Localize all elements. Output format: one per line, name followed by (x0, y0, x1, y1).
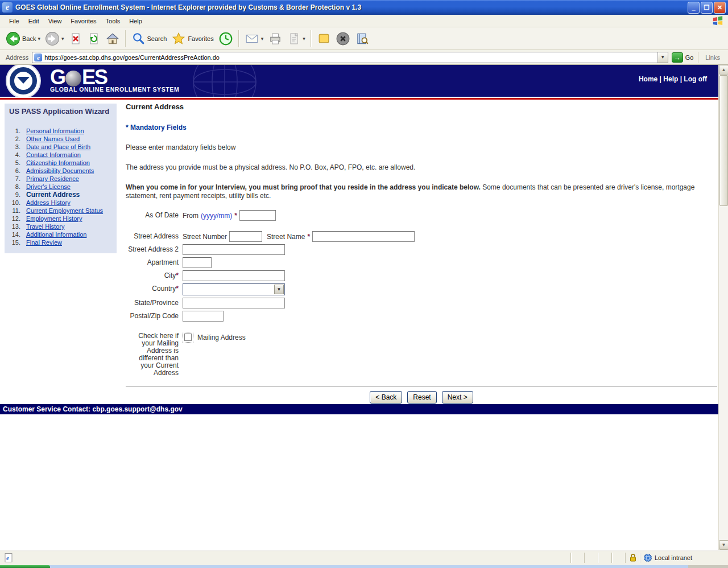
step-link[interactable]: Final Review (26, 238, 62, 246)
menu-help[interactable]: Help (125, 16, 147, 26)
mail-button[interactable]: ▾ (242, 29, 266, 48)
step-number: 7. (9, 175, 26, 183)
mail-icon (245, 31, 259, 46)
minimize-button[interactable]: _ (688, 2, 700, 14)
favorites-button[interactable]: Favorites (169, 29, 216, 48)
menu-tools[interactable]: Tools (101, 16, 125, 26)
stop-button[interactable] (67, 29, 85, 48)
step-link[interactable]: Additional Information (26, 231, 86, 238)
country-row: Country* ▼ (126, 283, 717, 295)
step-link[interactable]: Driver's License (26, 183, 71, 191)
menu-view[interactable]: View (44, 16, 67, 26)
nav-home-link[interactable]: Home (639, 75, 657, 83)
apartment-input[interactable] (183, 257, 212, 268)
links-toolbar[interactable]: Links (698, 52, 726, 63)
date-format-hint: (yyyy/mm) (201, 212, 232, 220)
step-number: 2. (9, 135, 26, 143)
step-number: 3. (9, 143, 26, 151)
street-number-label: Street Number (183, 233, 227, 241)
scroll-down-icon[interactable]: ▼ (719, 540, 728, 550)
step-link[interactable]: Personal Information (26, 127, 84, 135)
history-button[interactable] (216, 29, 235, 48)
postal-input[interactable] (183, 311, 224, 322)
city-input[interactable] (183, 270, 285, 281)
forward-button[interactable]: ▾ (43, 29, 67, 48)
step-link[interactable]: Other Names Used (26, 135, 80, 143)
step-link[interactable]: Citizenship Information (26, 159, 90, 167)
menu-edit[interactable]: Edit (24, 16, 44, 26)
nav-separator: | (657, 75, 663, 83)
close-button[interactable]: ✕ (714, 2, 726, 14)
scrollbar-thumb[interactable] (719, 75, 728, 206)
step-number: 15. (9, 238, 26, 246)
step-number: 6. (9, 167, 26, 175)
back-button[interactable]: Back ▾ (3, 29, 43, 48)
discuss-button[interactable] (315, 29, 333, 48)
messenger-button[interactable] (333, 29, 353, 48)
from-date-input[interactable] (239, 210, 276, 221)
street-name-input[interactable] (312, 231, 415, 242)
reset-button[interactable]: Reset (407, 391, 436, 404)
security-zone-label: Local intranet (655, 554, 692, 561)
edit-button[interactable]: ▾ (285, 29, 308, 48)
nav-logoff-link[interactable]: Log off (684, 75, 707, 83)
wizard-step: 9. Current Address (9, 191, 114, 199)
country-select[interactable]: ▼ (183, 283, 285, 295)
search-button[interactable]: Search (129, 29, 169, 48)
mailing-address-row: Check here if your Mailing Address is di… (126, 332, 717, 377)
refresh-button[interactable] (85, 29, 103, 48)
security-lock-panel (626, 553, 640, 562)
mailing-address-checkbox[interactable] (184, 334, 192, 341)
nav-help-link[interactable]: Help (663, 75, 678, 83)
required-asterisk: * (307, 233, 310, 241)
address-dropdown-icon[interactable]: ▼ (657, 52, 668, 63)
edit-dropdown-icon[interactable]: ▾ (303, 36, 305, 42)
globe-wireframe-graphic (165, 65, 284, 97)
menu-favorites[interactable]: Favorites (66, 16, 101, 26)
step-link[interactable]: Date and Place of Birth (26, 143, 90, 151)
state-input[interactable] (183, 298, 285, 308)
street-address2-input[interactable] (183, 244, 285, 255)
status-main-panel: e (2, 553, 570, 563)
banner-red-rule (0, 98, 718, 100)
step-link[interactable]: Current Employment Status (26, 207, 103, 215)
mail-dropdown-icon[interactable]: ▾ (261, 36, 264, 42)
wizard-step: 6. Admissibility Documents (9, 167, 114, 175)
history-clock-icon (218, 31, 233, 46)
step-number: 9. (9, 191, 26, 199)
street-address2-row: Street Address 2 (126, 244, 717, 255)
home-button[interactable] (103, 29, 122, 48)
step-link[interactable]: Address History (26, 199, 71, 207)
menu-bar: File Edit View Favorites Tools Help (0, 15, 728, 27)
step-number: 1. (9, 127, 26, 135)
back-dropdown-icon[interactable]: ▾ (38, 36, 40, 42)
step-number: 8. (9, 183, 26, 191)
back-step-button[interactable]: < Back (370, 391, 402, 404)
as-of-date-row: As Of Date From (yyyy/mm)* (126, 210, 717, 221)
print-button[interactable] (266, 29, 285, 48)
forward-dropdown-icon[interactable]: ▾ (61, 36, 64, 42)
address-input[interactable]: e https://goes-sat.cbp.dhs.gov/goes/Curr… (32, 52, 668, 63)
step-link[interactable]: Contact Information (26, 151, 81, 159)
next-step-button[interactable]: Next > (442, 391, 473, 404)
goes-logo-g: G (50, 68, 65, 87)
step-link[interactable]: Travel History (26, 223, 64, 231)
restore-button[interactable]: ❐ (701, 2, 713, 14)
step-link[interactable]: Current Address (26, 191, 80, 199)
goes-banner: G ES GLOBAL ONLINE ENROLLMENT SYSTEM Hom… (0, 65, 718, 97)
vertical-scrollbar[interactable]: ▲ ▼ (718, 65, 728, 550)
step-link[interactable]: Primary Residence (26, 175, 79, 183)
menu-file[interactable]: File (5, 16, 24, 26)
state-row: State/Province (126, 298, 717, 308)
scroll-up-icon[interactable]: ▲ (719, 65, 728, 75)
start-button-fragment[interactable] (0, 565, 50, 568)
toolbar-separator (125, 30, 126, 47)
wizard-step: 5. Citizenship Information (9, 159, 114, 167)
go-button[interactable]: → Go (672, 52, 694, 63)
street-number-input[interactable] (229, 231, 262, 242)
research-button[interactable] (353, 29, 372, 48)
step-link[interactable]: Admissibility Documents (26, 167, 94, 175)
favorites-star-icon (171, 31, 186, 46)
wizard-step: 11. Current Employment Status (9, 207, 114, 215)
step-link[interactable]: Employment History (26, 215, 82, 223)
